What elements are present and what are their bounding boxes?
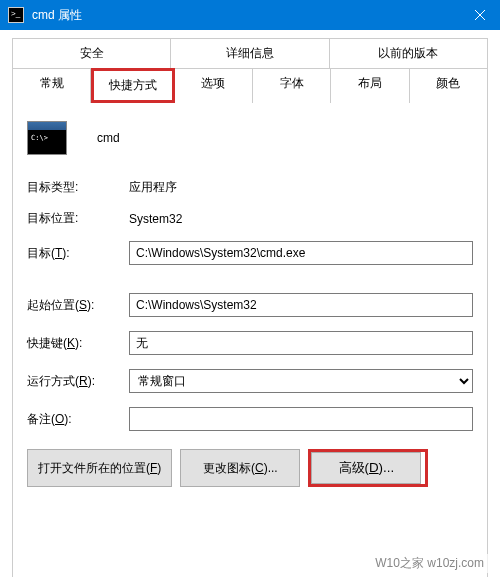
tab-row-2: 常规 快捷方式 选项 字体 布局 颜色 — [12, 68, 488, 103]
app-header: cmd — [27, 121, 473, 155]
button-row: 打开文件所在的位置(F) 更改图标(C)... 高级(D)... — [27, 449, 473, 487]
start-in-input[interactable] — [129, 293, 473, 317]
advanced-button[interactable]: 高级(D)... — [311, 452, 421, 484]
shortcut-key-input[interactable] — [129, 331, 473, 355]
tab-details[interactable]: 详细信息 — [171, 38, 329, 68]
label-target-location: 目标位置: — [27, 210, 117, 227]
comment-input[interactable] — [129, 407, 473, 431]
label-target: 目标(T): — [27, 245, 117, 262]
tab-layout[interactable]: 布局 — [331, 68, 409, 103]
window-title: cmd 属性 — [32, 7, 82, 24]
row-target: 目标(T): — [27, 241, 473, 265]
tab-general[interactable]: 常规 — [12, 68, 91, 103]
tab-previous-versions[interactable]: 以前的版本 — [330, 38, 488, 68]
cmd-icon — [8, 7, 24, 23]
open-file-location-button[interactable]: 打开文件所在的位置(F) — [27, 449, 172, 487]
label-start-in: 起始位置(S): — [27, 297, 117, 314]
run-select[interactable]: 常规窗口 — [129, 369, 473, 393]
label-run: 运行方式(R): — [27, 373, 117, 390]
tab-font[interactable]: 字体 — [253, 68, 331, 103]
row-comment: 备注(O): — [27, 407, 473, 431]
change-icon-button[interactable]: 更改图标(C)... — [180, 449, 300, 487]
tab-colors[interactable]: 颜色 — [410, 68, 488, 103]
shortcut-tabpanel: cmd 目标类型: 应用程序 目标位置: System32 目标(T): 起始位… — [12, 103, 488, 577]
label-comment: 备注(O): — [27, 411, 117, 428]
row-start-in: 起始位置(S): — [27, 293, 473, 317]
tab-security[interactable]: 安全 — [12, 38, 171, 68]
spacer — [27, 279, 473, 293]
label-shortcut-key: 快捷键(K): — [27, 335, 117, 352]
value-target-location: System32 — [129, 212, 182, 226]
watermark: W10之家 w10zj.com — [371, 554, 488, 573]
titlebar: cmd 属性 — [0, 0, 500, 30]
close-icon — [475, 10, 485, 20]
label-target-type: 目标类型: — [27, 179, 117, 196]
row-target-type: 目标类型: 应用程序 — [27, 179, 473, 196]
row-run: 运行方式(R): 常规窗口 — [27, 369, 473, 393]
row-shortcut-key: 快捷键(K): — [27, 331, 473, 355]
tab-shortcut[interactable]: 快捷方式 — [91, 68, 174, 103]
tab-row-1: 安全 详细信息 以前的版本 — [12, 38, 488, 68]
app-icon — [27, 121, 67, 155]
value-target-type: 应用程序 — [129, 179, 177, 196]
app-name: cmd — [97, 131, 120, 145]
row-target-location: 目标位置: System32 — [27, 210, 473, 227]
close-button[interactable] — [460, 0, 500, 30]
tab-options[interactable]: 选项 — [175, 68, 253, 103]
target-input[interactable] — [129, 241, 473, 265]
advanced-button-highlight: 高级(D)... — [308, 449, 428, 487]
dialog-body: 安全 详细信息 以前的版本 常规 快捷方式 选项 字体 布局 颜色 cmd 目标… — [0, 30, 500, 577]
